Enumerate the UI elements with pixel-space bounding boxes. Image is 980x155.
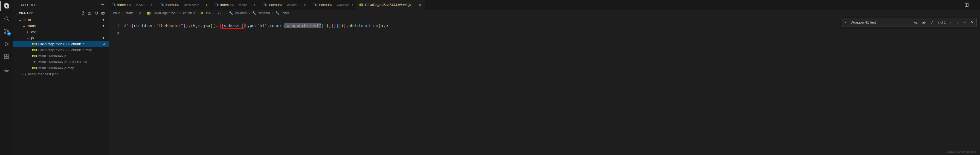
svg-line-3 <box>8 20 9 21</box>
tab-header[interactable]: TS index.tsx .../header 1, U <box>260 0 310 10</box>
svg-rect-8 <box>5 54 6 56</box>
refresh-icon[interactable] <box>94 11 100 15</box>
ts-file-icon: TS <box>263 3 267 6</box>
svg-rect-0 <box>5 3 8 7</box>
match-case-toggle[interactable]: Aa <box>913 21 918 24</box>
js-file-icon: JS <box>32 67 37 69</box>
breadcrumb-item[interactable]: static <box>126 11 133 15</box>
chevron-right-icon: › <box>26 30 30 34</box>
folder-css[interactable]: › css <box>13 29 109 35</box>
breadcrumb-item[interactable]: 196 <box>205 11 211 15</box>
run-debug-activity-icon[interactable] <box>3 40 10 48</box>
property-icon: 🔧 <box>229 11 233 15</box>
project-header[interactable]: ⌄ CRA-APP <box>13 10 109 17</box>
file-main-js[interactable]: JS main.1689a046.js <box>13 53 109 59</box>
ts-file-icon: TS <box>313 3 317 6</box>
svg-rect-12 <box>4 67 9 70</box>
tab-bar: TS index.tsx .../about 1, U TS index.tsx… <box>109 0 980 10</box>
source-control-activity-icon[interactable]: 9 <box>3 27 10 35</box>
line-numbers: 12 <box>109 17 123 155</box>
sidebar-title-row: EXPLORER ⋯ <box>13 0 109 10</box>
file-asset-manifest[interactable]: { } asset-manifest.json <box>13 71 109 77</box>
file-tree: ⌄ build ⌄ static › css ⌄ js JS Child <box>13 17 109 77</box>
ts-file-icon: TS <box>112 3 116 6</box>
chevron-down-icon: ⌄ <box>22 24 26 28</box>
tab-dashboard[interactable]: TS index.tsx .../dashboard 1, U <box>157 0 212 10</box>
chevron-down-icon: ⌄ <box>26 36 30 40</box>
breadcrumb-item[interactable]: js <box>139 11 141 15</box>
svg-point-4 <box>5 29 6 30</box>
find-close-icon[interactable]: ✕ <box>970 20 974 24</box>
text-file-icon: ≡ <box>32 60 37 64</box>
find-expand-icon[interactable]: › <box>843 20 847 24</box>
svg-rect-10 <box>7 57 9 59</box>
ts-file-icon: TS <box>160 3 164 6</box>
chevron-down-icon: ⌄ <box>15 11 18 15</box>
svg-point-5 <box>5 32 6 34</box>
find-match: "WrapperH1Test" <box>284 23 321 28</box>
problems-count: 3 <box>103 42 105 45</box>
tab-home[interactable]: TS index.tsx .../home 1, U <box>212 0 260 10</box>
module-icon: ⬢ <box>200 11 203 15</box>
js-file-icon: JS <box>32 43 37 45</box>
file-main-license[interactable]: ≡ main.1689a046.js.LICENSE.txt <box>13 59 109 65</box>
breadcrumb-item[interactable]: children <box>235 11 247 15</box>
explorer-activity-icon[interactable] <box>3 2 10 10</box>
find-prev-icon[interactable]: ↑ <box>948 20 953 24</box>
json-file-icon: { } <box>22 72 26 76</box>
search-activity-icon[interactable] <box>3 15 10 22</box>
new-file-icon[interactable] <box>81 11 87 15</box>
property-icon: 🔧 <box>275 11 280 15</box>
folder-js[interactable]: ⌄ js <box>13 35 109 41</box>
project-name: CRA-APP <box>19 11 33 15</box>
tab-about[interactable]: TS index.tsx .../about 1, U <box>109 0 157 10</box>
find-widget: › Aa ab .* ? of 1 ↑ ↓ ≡ ✕ <box>841 18 977 27</box>
sidebar: EXPLORER ⋯ ⌄ CRA-APP ⌄ build ⌄ static <box>13 0 109 155</box>
js-file-icon: JS <box>146 12 151 14</box>
activity-bar: 9 <box>0 0 13 155</box>
js-file-icon: JS <box>360 3 363 6</box>
file-main-js-map[interactable]: JS main.1689a046.js.map <box>13 65 109 71</box>
find-selection-icon[interactable]: ≡ <box>963 20 967 24</box>
modified-dot-icon <box>103 25 104 27</box>
regex-toggle[interactable]: .* <box>929 21 935 24</box>
sidebar-more-icon[interactable]: ⋯ <box>101 3 104 6</box>
find-result-count: ? of 1 <box>938 21 946 24</box>
new-folder-icon[interactable] <box>88 11 93 15</box>
file-childpage-chunk-js-map[interactable]: JS ChildPage.f6bc7333.chunk.js.map <box>13 47 109 53</box>
js-file-icon: JS <box>32 55 37 57</box>
find-next-icon[interactable]: ↓ <box>956 20 960 24</box>
breadcrumb-item[interactable]: build <box>113 11 120 15</box>
ts-file-icon: TS <box>215 3 219 6</box>
folder-static[interactable]: ⌄ static <box>13 23 109 29</box>
svg-rect-9 <box>5 57 6 59</box>
svg-rect-1 <box>5 5 8 8</box>
breadcrumb-item[interactable]: i <box>223 11 224 15</box>
breadcrumbs[interactable]: build› static› js› JS ChildPage.f6bc7333… <box>109 10 980 17</box>
array-icon: [∘] <box>216 11 221 15</box>
chevron-down-icon: ⌄ <box>18 18 22 22</box>
editor-group: TS index.tsx .../about 1, U TS index.tsx… <box>109 0 980 155</box>
tab-more-icon[interactable]: ⋯ <box>973 3 976 7</box>
find-input[interactable] <box>850 20 910 25</box>
breadcrumb-item[interactable]: ChildPage.f6bc7333.chunk.js <box>153 11 195 15</box>
breadcrumb-item[interactable]: schema <box>259 11 270 15</box>
scm-badge: 9 <box>7 32 11 35</box>
modified-dot-icon <box>103 19 104 21</box>
whole-word-toggle[interactable]: ab <box>921 21 927 24</box>
extensions-activity-icon[interactable] <box>3 53 10 60</box>
property-icon: 🔧 <box>252 11 256 15</box>
split-editor-icon[interactable] <box>964 3 969 7</box>
editor[interactable]: 12 2",{children:"TheHeader"}),(0,s.jsx)(… <box>109 17 980 155</box>
svg-point-2 <box>5 17 8 20</box>
tab-wrapper[interactable]: TS index.tsx .../wrapper U <box>310 0 356 10</box>
folder-build[interactable]: ⌄ build <box>13 17 109 23</box>
close-tab-icon[interactable]: ✕ <box>418 3 422 7</box>
sidebar-title: EXPLORER <box>19 3 37 6</box>
collapse-all-icon[interactable] <box>101 11 107 15</box>
svg-rect-11 <box>7 54 9 56</box>
file-childpage-chunk-js[interactable]: JS ChildPage.f6bc7333.chunk.js 3 <box>13 41 109 47</box>
tab-childpage-chunk[interactable]: JS ChildPage.f6bc7333.chunk.js 3 ✕ <box>356 0 425 10</box>
remote-activity-icon[interactable] <box>3 65 10 73</box>
breadcrumb-item[interactable]: inner <box>282 11 289 15</box>
